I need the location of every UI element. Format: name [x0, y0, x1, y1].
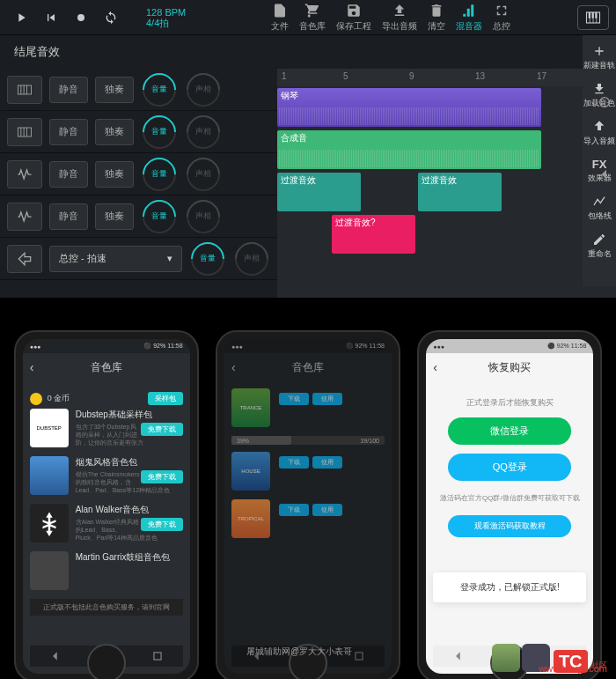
track-row: 静音 独奏 音量 声相 [0, 153, 277, 196]
skip-start-button[interactable] [37, 5, 65, 30]
download-button[interactable]: 免费下载 [141, 518, 183, 531]
back-icon[interactable]: ‹ [231, 360, 236, 374]
watermark: TC 社区 www.tcsqw.com [492, 644, 607, 672]
svg-rect-6 [592, 12, 594, 18]
nav-back-icon[interactable] [49, 650, 62, 662]
solo-button[interactable]: 独奏 [95, 77, 134, 103]
pan-knob[interactable]: 声相 [185, 156, 222, 193]
menu-sound-library[interactable]: 音色库 [299, 3, 326, 33]
mute-button[interactable]: 静音 [49, 203, 88, 230]
main-menu: 文件 音色库 保存工程 导出音频 清空 混音器 总控 [207, 3, 574, 33]
clip-synth[interactable]: 合成音 [277, 130, 541, 169]
pan-knob[interactable]: 声相 [233, 240, 270, 277]
master-row: 总控 - 拍速▾ 音量 声相 [0, 238, 277, 280]
download-button[interactable]: 免费下载 [141, 423, 183, 436]
track-row: 静音 独奏 音量 声相 [0, 196, 277, 238]
tab-samples[interactable]: 采样包 [148, 392, 183, 405]
home-button[interactable] [87, 644, 126, 679]
phone-download: ●●●⚫ 92% 11:58 ‹音色库 TRANCE下载使用 39%39/100… [216, 330, 400, 679]
pack-thumb: DUBSTEP [30, 409, 69, 447]
store-item[interactable]: Alan Walker音色包免费下载含Alan Walker经典风格的Lead、… [30, 504, 183, 542]
nav-recent-icon[interactable] [151, 650, 164, 662]
login-desc: 激活码在官方QQ群/微信群免费可获取可下载 [433, 493, 586, 503]
store-item[interactable]: 烟鬼风格音色包免费下载模仿The Chainsmokers的独特音色风格，含Le… [30, 456, 183, 495]
menu-mixer[interactable]: 混音器 [456, 3, 482, 33]
master-dropdown[interactable]: 总控 - 拍速▾ [49, 246, 182, 272]
waveform-icon[interactable] [7, 160, 42, 188]
loop-button[interactable] [97, 5, 125, 30]
menu-clear[interactable]: 清空 [428, 3, 445, 33]
download-button[interactable]: 免费下载 [141, 470, 183, 483]
store-item[interactable]: TROPICAL下载使用 [231, 499, 385, 538]
daw-editor: 128 BPM 4/4拍 文件 音色库 保存工程 导出音频 清空 混音器 总控 … [0, 0, 616, 286]
menu-save[interactable]: 保存工程 [336, 3, 371, 33]
piano-icon[interactable] [7, 118, 42, 146]
clips-area[interactable]: 钢琴 合成音 过渡音效 过渡音效 过渡音效? [277, 86, 616, 298]
watermark-credit: 屠城辅助网@罗大大小表哥 [246, 646, 352, 658]
volume-knob[interactable]: 音量 [141, 71, 178, 108]
status-bar: ●●●⚫ 92% 11:58 [426, 339, 593, 353]
store-item[interactable]: HOUSE下载使用 [231, 452, 385, 491]
store-item[interactable]: DUBSTEP Dubstep基础采样包免费下载包含了30个Dubstep风格的… [30, 409, 183, 447]
toolbar: 128 BPM 4/4拍 文件 音色库 保存工程 导出音频 清空 混音器 总控 [0, 0, 616, 35]
svg-rect-12 [18, 128, 32, 137]
clip-piano[interactable]: 钢琴 [277, 88, 541, 127]
volume-knob[interactable]: 音量 [141, 198, 178, 235]
qq-login-button[interactable]: QQ登录 [448, 454, 571, 481]
phone-header: ‹音色库 [224, 353, 392, 381]
phone-store: ●●●⚫ 92% 11:58 ‹音色库 0 金币采样包 DUBSTEP Dubs… [14, 330, 199, 679]
nav-circle[interactable] [595, 92, 614, 112]
phone-header: ‹音色库 [23, 353, 190, 381]
play-button[interactable] [7, 5, 35, 30]
solo-button[interactable]: 独奏 [95, 119, 134, 145]
clip-transition[interactable]: 过渡音效 [418, 173, 502, 211]
solo-button[interactable]: 独奏 [95, 161, 134, 188]
chevron-down-icon: ▾ [167, 253, 172, 264]
store-item[interactable]: Martin Garrix鼓组音色包 [30, 551, 183, 590]
record-button[interactable] [67, 5, 95, 30]
sidebar-rename[interactable]: 重命名 [588, 227, 612, 265]
timeline[interactable]: 1 5 9 13 17 钢琴 合成音 过渡音效 过渡音效 过渡音效? [277, 69, 616, 298]
nav-recent-icon[interactable] [353, 650, 365, 662]
tempo-display[interactable]: 128 BPM 4/4拍 [146, 7, 186, 28]
nav-back[interactable] [595, 165, 614, 184]
volume-knob[interactable]: 音量 [141, 114, 178, 151]
piano-icon[interactable] [7, 76, 42, 104]
menu-export[interactable]: 导出音频 [382, 3, 417, 33]
back-icon[interactable]: ‹ [30, 360, 34, 374]
volume-knob[interactable]: 音量 [189, 240, 226, 277]
bpm-label: 128 BPM [146, 7, 186, 18]
volume-knob[interactable]: 音量 [141, 156, 178, 193]
mute-button[interactable]: 静音 [49, 161, 88, 188]
status-bar: ●●●⚫ 92% 11:58 [23, 339, 190, 353]
ruler: 1 5 9 13 17 [277, 69, 616, 86]
system-nav [595, 92, 614, 184]
sidebar-new-track[interactable]: 新建音轨 [583, 39, 615, 77]
output-icon[interactable] [7, 245, 42, 273]
clip-transition[interactable]: 过渡音效 [277, 173, 361, 211]
mute-button[interactable]: 静音 [49, 77, 88, 103]
keyboard-button[interactable] [577, 5, 609, 30]
video-tutorial-button[interactable]: 观看激活码获取教程 [448, 515, 571, 537]
pan-knob[interactable]: 声相 [185, 198, 222, 235]
svg-point-16 [600, 98, 610, 107]
pan-knob[interactable]: 声相 [185, 114, 222, 151]
solo-button[interactable]: 独奏 [95, 203, 134, 230]
clip-transition[interactable]: 过渡音效? [332, 215, 415, 254]
menu-master[interactable]: 总控 [493, 3, 510, 33]
sidebar-envelope[interactable]: 包络线 [588, 189, 612, 227]
svg-rect-5 [589, 12, 590, 18]
mute-button[interactable]: 静音 [49, 119, 88, 145]
svg-point-0 [77, 14, 84, 21]
menu-file[interactable]: 文件 [271, 3, 289, 33]
store-item[interactable]: TRANCE下载使用 [231, 388, 385, 427]
pan-knob[interactable]: 声相 [185, 71, 222, 108]
track-row: 静音 独奏 音量 声相 [0, 69, 277, 111]
svg-rect-18 [154, 653, 161, 660]
nav-back-icon[interactable] [452, 650, 465, 662]
wechat-login-button[interactable]: 微信登录 [448, 417, 571, 445]
waveform-icon[interactable] [7, 203, 42, 231]
pack-thumb [30, 504, 69, 542]
back-icon[interactable]: ‹ [433, 360, 437, 374]
phone-header: ‹恢复购买 [426, 353, 593, 381]
